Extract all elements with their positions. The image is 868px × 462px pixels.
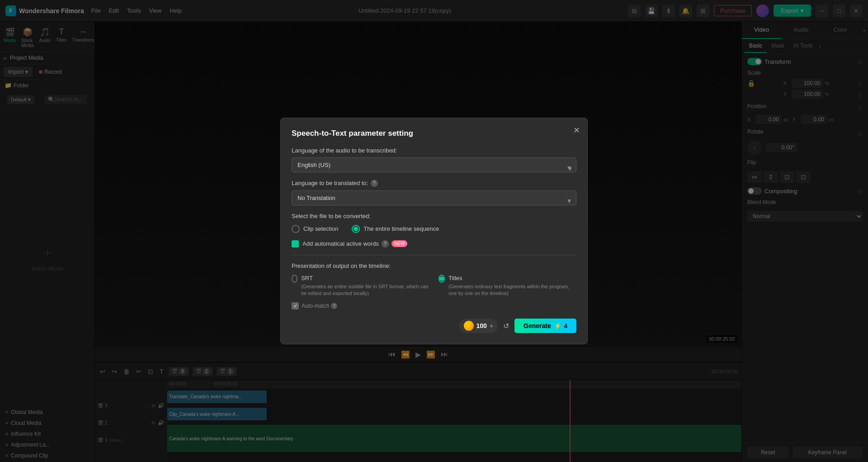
translate-info-icon: ? [371, 180, 378, 187]
auto-match-info: ? [331, 303, 337, 309]
modal-close-button[interactable]: ✕ [573, 125, 580, 135]
titles-option-col: Titles (Generates ordinary text fragment… [439, 275, 576, 297]
auto-match-row: ✓ Auto-match ? [292, 302, 576, 310]
new-badge: NEW [392, 240, 407, 247]
speech-to-text-modal: Speech-to-Text parameter setting ✕ Langu… [280, 118, 588, 345]
clip-selection-option[interactable]: Clip selection [292, 225, 338, 233]
refresh-button[interactable]: ↺ [503, 322, 509, 330]
auto-match-label: Auto-match ? [302, 303, 337, 309]
modal-overlay: Speech-to-Text parameter setting ✕ Langu… [0, 0, 868, 462]
generate-bolt-icon: ⚡ [554, 322, 561, 329]
srt-option-col: SRT (Generates an entire subtitle file i… [292, 275, 429, 297]
auto-match-checkbox[interactable]: ✓ [292, 302, 299, 310]
divider [292, 255, 576, 255]
titles-option[interactable]: Titles (Generates ordinary text fragment… [439, 275, 576, 297]
credit-icon: ⚡ [464, 321, 474, 331]
timeline-sequence-radio[interactable] [352, 225, 360, 233]
auto-words-checkbox[interactable] [292, 240, 299, 248]
translate-select[interactable]: No Translation [292, 191, 576, 205]
language-select[interactable]: English (US) [292, 157, 576, 172]
generate-button[interactable]: Generate ⚡ 4 [514, 319, 576, 333]
file-radio-group: Clip selection The entire timeline seque… [292, 225, 576, 233]
auto-words-row: Add automatical active words ? NEW [292, 240, 576, 248]
auto-words-info: ? [382, 240, 389, 248]
credit-plus-btn[interactable]: + [490, 322, 493, 329]
clip-selection-radio[interactable] [292, 225, 300, 233]
lang-label: Language of the audio to be transcribed: [292, 147, 576, 154]
timeline-sequence-option[interactable]: The entire timeline sequence [352, 225, 439, 233]
srt-option[interactable]: SRT (Generates an entire subtitle file i… [292, 275, 429, 297]
credit-display: ⚡ 100 + [459, 319, 498, 333]
presentation-radio-cols: SRT (Generates an entire subtitle file i… [292, 275, 576, 297]
modal-footer: ⚡ 100 + ↺ Generate ⚡ 4 [292, 319, 576, 333]
srt-radio[interactable] [292, 275, 297, 283]
presentation-label: Presentation of output on the timeline: [292, 262, 576, 269]
titles-radio[interactable] [439, 275, 445, 283]
modal-title: Speech-to-Text parameter setting [292, 129, 576, 138]
auto-words-label: Add automatical active words ? NEW [302, 240, 407, 248]
translate-label: Language to be translated to: ? [292, 180, 576, 187]
file-label: Select the file to be converted: [292, 213, 576, 219]
